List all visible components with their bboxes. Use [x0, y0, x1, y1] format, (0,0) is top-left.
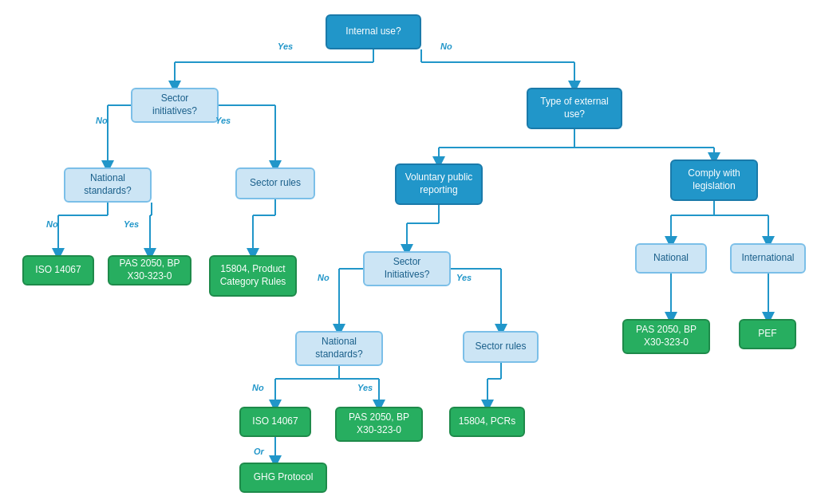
node-product-category: 15804, Product Category Rules — [209, 255, 297, 297]
label-no-sector-mid: No — [318, 273, 330, 282]
label-no-sector-left: No — [96, 116, 108, 125]
node-sector-rules-mid: Sector rules — [463, 331, 539, 363]
node-sector-init-mid: Sector Initiatives? — [363, 251, 451, 286]
node-international: International — [730, 243, 806, 274]
node-pef: PEF — [739, 319, 796, 349]
label-no-national-mid: No — [252, 383, 264, 392]
node-comply-legislation: Comply with legislation — [670, 159, 758, 201]
label-yes-left: Yes — [278, 41, 293, 51]
label-yes-national-left: Yes — [124, 219, 139, 229]
label-yes-sector-left: Yes — [215, 116, 231, 125]
label-yes-sector-mid: Yes — [456, 273, 472, 282]
node-pas-national: PAS 2050, BP X30-323-0 — [622, 319, 710, 354]
node-national: National — [635, 243, 707, 274]
node-voluntary-reporting: Voluntary public reporting — [395, 163, 483, 205]
flowchart: Internal use? Sector initiatives? Type o… — [0, 0, 817, 504]
node-internal-use: Internal use? — [326, 14, 421, 49]
node-sector-init-left: Sector initiatives? — [131, 88, 219, 123]
node-iso-mid: ISO 14067 — [239, 407, 311, 437]
node-pas-left: PAS 2050, BP X30-323-0 — [108, 255, 191, 285]
label-no-national-left: No — [46, 219, 58, 229]
node-national-std-left: National standards? — [64, 167, 152, 203]
node-sector-rules-left: Sector rules — [235, 167, 315, 199]
label-or: Or — [254, 447, 264, 456]
node-iso-left: ISO 14067 — [22, 255, 94, 285]
node-type-external: Type of external use? — [527, 88, 622, 129]
node-pas-mid: PAS 2050, BP X30-323-0 — [335, 407, 423, 442]
label-yes-national-mid: Yes — [357, 383, 373, 392]
node-pcrs: 15804, PCRs — [449, 407, 525, 437]
label-no-right: No — [440, 41, 452, 51]
node-ghg-protocol: GHG Protocol — [239, 463, 327, 493]
node-national-std-mid: National standards? — [295, 331, 383, 366]
